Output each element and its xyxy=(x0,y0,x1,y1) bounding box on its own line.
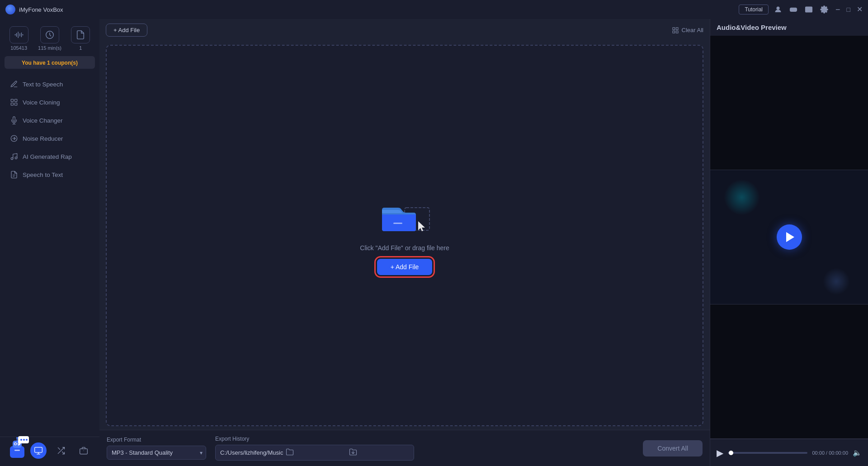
svg-rect-13 xyxy=(80,449,88,454)
grid-icon xyxy=(672,27,679,34)
volume-icon[interactable]: 🔈 xyxy=(853,448,862,457)
coupon-bar: You have 1 coupon(s) xyxy=(5,56,95,69)
svg-marker-20 xyxy=(418,221,425,231)
app-title: iMyFone VoxBox xyxy=(19,6,739,13)
audio-player: ▶ 00:00 / 00:00:00 🔈 xyxy=(710,439,868,466)
file-icon xyxy=(75,30,85,40)
svg-rect-8 xyxy=(15,103,17,105)
export-history-path-value: C:/Users/lizhifeng/Music xyxy=(220,449,283,456)
tutorial-button[interactable]: Tutorial xyxy=(739,5,769,14)
right-panel: Audio&Video Preview ▶ 00:00 / 00:00:00 🔈 xyxy=(710,19,868,466)
content-area: + Add File Clear All xyxy=(99,19,710,466)
screen-icon-button[interactable] xyxy=(30,442,47,459)
maximize-button[interactable]: □ xyxy=(847,6,850,13)
svg-point-10 xyxy=(11,157,13,160)
add-file-button-center[interactable]: + Add File xyxy=(377,259,433,275)
preview-thumbnail-top xyxy=(710,36,868,170)
stat-characters: 105413 xyxy=(9,26,28,51)
sidebar-item-noise-reducer-label: Noise Reducer xyxy=(23,135,63,142)
svg-point-32 xyxy=(20,439,22,441)
preview-thumbnails xyxy=(710,36,868,439)
export-format-group: Export Format MP3 - Standard Quality WAV… xyxy=(107,437,206,460)
robot-icon xyxy=(5,436,30,461)
audio-progress-bar[interactable] xyxy=(728,452,807,454)
sidebar-item-speech-to-text[interactable]: Speech to Text xyxy=(3,166,97,183)
dropzone[interactable]: Click "Add File" or drag file here + Add… xyxy=(106,45,703,426)
export-history-group: Export History C:/Users/lizhifeng/Music xyxy=(215,436,414,461)
sidebar-item-speech-to-text-label: Speech to Text xyxy=(23,171,63,178)
sidebar-item-voice-changer[interactable]: Voice Changer xyxy=(3,112,97,129)
play-circle-button[interactable] xyxy=(777,224,802,250)
toolbar: + Add File Clear All xyxy=(99,19,710,41)
add-file-button-toolbar[interactable]: + Add File xyxy=(106,24,147,37)
folder-open-icon[interactable] xyxy=(286,448,346,457)
sidebar-item-voice-cloning[interactable]: Voice Cloning xyxy=(3,94,97,111)
folder-arrow-icon[interactable] xyxy=(349,448,409,457)
export-bar: Export Format MP3 - Standard Quality WAV… xyxy=(99,430,710,466)
noise-reduce-icon xyxy=(10,134,18,143)
drop-instruction: Click "Add File" or drag file here xyxy=(360,244,449,252)
suitcase-icon xyxy=(79,446,88,455)
clear-all-button[interactable]: Clear All xyxy=(672,27,703,34)
stat-characters-icon-box xyxy=(9,26,28,43)
audio-progress-dot xyxy=(729,451,733,455)
export-format-select-wrap: MP3 - Standard Quality WAV - High Qualit… xyxy=(107,446,206,460)
svg-point-0 xyxy=(777,7,779,10)
sidebar-item-ai-generated-rap[interactable]: AI Generated Rap xyxy=(3,148,97,165)
export-history-path: C:/Users/lizhifeng/Music xyxy=(215,445,414,461)
glow-orb-1 xyxy=(724,179,760,215)
svg-rect-16 xyxy=(673,31,675,33)
sidebar-item-text-to-speech[interactable]: Text to Speech xyxy=(3,76,97,93)
stat-minutes: 115 min(s) xyxy=(38,26,61,51)
user-icon[interactable] xyxy=(774,5,782,14)
folder-icon xyxy=(377,196,432,237)
svg-point-34 xyxy=(26,439,28,441)
sidebar-item-noise-reducer[interactable]: Noise Reducer xyxy=(3,130,97,147)
preview-thumbnail-middle xyxy=(710,170,868,304)
sidebar-item-text-to-speech-label: Text to Speech xyxy=(23,81,63,88)
svg-rect-5 xyxy=(11,99,13,101)
close-button[interactable]: ✕ xyxy=(857,6,863,13)
stat-files: 1 xyxy=(71,26,90,51)
audio-time-display: 00:00 / 00:00:00 xyxy=(812,450,848,456)
convert-all-button[interactable]: Convert All xyxy=(643,440,703,456)
coupon-text: You have 1 coupon(s) xyxy=(22,60,78,66)
title-bar: iMyFone VoxBox Tutorial − □ ✕ xyxy=(0,0,868,19)
sidebar-stats: 105413 115 min(s) 1 xyxy=(0,23,99,52)
stat-files-icon-box xyxy=(71,26,90,43)
robot-character xyxy=(5,436,30,461)
preview-thumbnail-bottom xyxy=(710,304,868,439)
shuffle-icon-button[interactable] xyxy=(53,442,69,459)
svg-rect-17 xyxy=(676,31,678,33)
svg-point-11 xyxy=(15,157,17,159)
suitcase-icon-button[interactable] xyxy=(75,442,92,459)
stat-minutes-value: 115 min(s) xyxy=(38,45,61,51)
svg-point-33 xyxy=(23,439,25,441)
stat-characters-value: 105413 xyxy=(10,45,27,51)
folder-illustration xyxy=(377,196,432,237)
export-format-select[interactable]: MP3 - Standard Quality WAV - High Qualit… xyxy=(107,446,206,460)
voice-clone-icon xyxy=(10,98,18,106)
waveform-icon xyxy=(14,30,24,40)
svg-rect-14 xyxy=(673,28,675,30)
speech-text-icon xyxy=(10,171,18,179)
svg-point-29 xyxy=(16,437,18,439)
dropzone-area: Click "Add File" or drag file here + Add… xyxy=(99,41,710,430)
glow-orb-2 xyxy=(823,268,850,295)
minimize-button[interactable]: − xyxy=(835,5,840,14)
export-format-label: Export Format xyxy=(107,437,206,443)
audio-play-button[interactable]: ▶ xyxy=(717,447,723,458)
export-history-label: Export History xyxy=(215,436,414,442)
stat-files-value: 1 xyxy=(79,45,82,51)
shuffle-icon xyxy=(57,446,66,455)
settings-icon[interactable] xyxy=(820,5,828,14)
sidebar: 105413 115 min(s) 1 You have 1 coupon(s) xyxy=(0,19,99,466)
main-layout: 105413 115 min(s) 1 You have 1 coupon(s) xyxy=(0,19,868,466)
gamepad-icon[interactable] xyxy=(789,5,797,14)
screen-icon xyxy=(34,446,43,455)
clock-icon xyxy=(45,30,55,40)
svg-rect-6 xyxy=(15,99,17,101)
svg-rect-7 xyxy=(11,103,13,105)
mail-icon[interactable] xyxy=(805,5,813,14)
voice-change-icon xyxy=(10,116,18,124)
